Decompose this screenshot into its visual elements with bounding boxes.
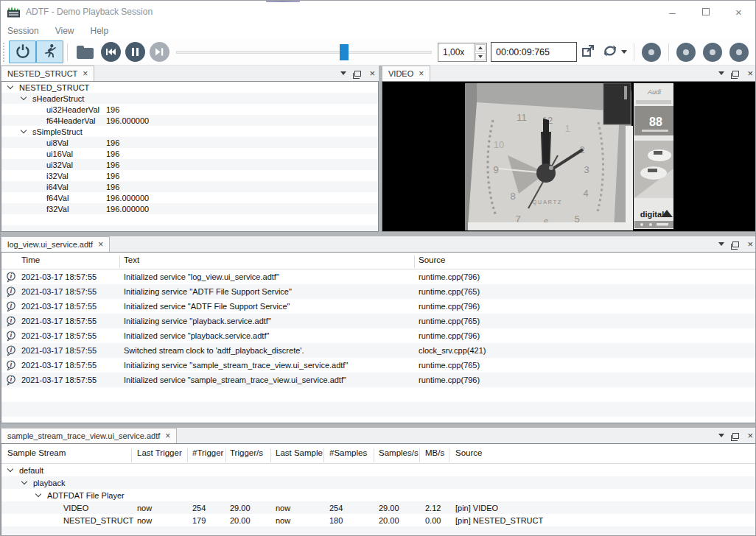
speed-up-button[interactable] bbox=[475, 44, 486, 52]
tree-row[interactable]: f64HeaderVal196.000000 bbox=[1, 115, 378, 126]
trace-row[interactable]: NESTED_STRUCT now 179 20.00 now 180 20.0… bbox=[1, 514, 756, 526]
menu-session[interactable]: Session bbox=[7, 26, 39, 36]
panel-menu-icon[interactable] bbox=[718, 434, 724, 437]
tab-close-icon[interactable]: × bbox=[98, 240, 103, 249]
rewind-button[interactable] bbox=[101, 42, 121, 62]
tree-row[interactable]: f32Val196.000000 bbox=[1, 203, 378, 214]
column-separator[interactable] bbox=[119, 255, 120, 268]
skip-to-end-button[interactable] bbox=[150, 42, 169, 62]
column-header-time[interactable]: Time bbox=[21, 255, 40, 264]
column-separator[interactable] bbox=[374, 448, 374, 462]
record-button-3[interactable] bbox=[703, 43, 722, 62]
log-row[interactable]: i2021-03-17 18:57:55Initializing service… bbox=[1, 358, 756, 373]
toolbar-grip[interactable] bbox=[3, 43, 7, 62]
tab-sample-stream-trace[interactable]: sample_stream_trace_view.ui_service.adtf… bbox=[1, 428, 177, 443]
panel-close-icon[interactable]: × bbox=[747, 68, 753, 78]
column-separator[interactable] bbox=[131, 448, 132, 462]
trace-row[interactable]: VIDEO now 254 29.00 now 254 29.00 2.12 [… bbox=[1, 501, 756, 514]
chevron-down-icon[interactable] bbox=[21, 127, 27, 133]
loop-button[interactable] bbox=[599, 41, 621, 63]
slider-handle[interactable] bbox=[340, 44, 349, 60]
column-separator[interactable] bbox=[419, 448, 420, 462]
loop-dropdown-caret[interactable] bbox=[621, 50, 627, 54]
chevron-down-icon[interactable] bbox=[7, 465, 13, 471]
slider-track[interactable] bbox=[176, 51, 432, 54]
tree-row[interactable]: ui32Val196 bbox=[1, 159, 378, 170]
tab-close-icon[interactable]: × bbox=[419, 69, 424, 78]
speed-value[interactable]: 1,00x bbox=[438, 43, 474, 61]
panel-close-icon[interactable]: × bbox=[747, 239, 753, 249]
panel-menu-icon[interactable] bbox=[340, 71, 346, 75]
speed-down-button[interactable] bbox=[475, 53, 486, 60]
detach-button[interactable] bbox=[577, 41, 599, 63]
tree-row[interactable]: ui8Val196 bbox=[1, 137, 378, 148]
panel-float-icon[interactable] bbox=[732, 241, 739, 247]
column-separator[interactable] bbox=[270, 448, 271, 462]
tab-video[interactable]: VIDEO × bbox=[382, 66, 430, 81]
tree-row[interactable]: NESTED_STRUCT bbox=[1, 82, 378, 93]
panel-close-icon[interactable]: × bbox=[747, 431, 753, 440]
maximize-button[interactable] bbox=[689, 1, 722, 23]
tree-row[interactable]: ui32HeaderVal196 bbox=[1, 104, 378, 115]
column-header-trigger-s[interactable]: Trigger/s bbox=[230, 448, 263, 457]
time-field[interactable]: 00:00:09:765 bbox=[491, 42, 577, 62]
pause-button[interactable] bbox=[125, 42, 145, 62]
tab-close-icon[interactable]: × bbox=[83, 69, 88, 78]
column-header-mb-s[interactable]: MB/s bbox=[425, 448, 444, 457]
trace-row[interactable]: ADTFDAT File Player bbox=[1, 489, 756, 501]
chevron-down-icon[interactable] bbox=[21, 478, 27, 484]
panel-float-icon[interactable] bbox=[354, 71, 361, 77]
run-toggle-button[interactable] bbox=[36, 40, 63, 63]
tree-row[interactable]: sHeaderStruct bbox=[1, 93, 378, 104]
record-button-2[interactable] bbox=[676, 43, 696, 62]
tree-row[interactable]: i64Val196 bbox=[1, 181, 378, 192]
column-header-sample-stream[interactable]: Sample Stream bbox=[7, 448, 66, 457]
column-header-source[interactable]: Source bbox=[455, 448, 482, 457]
column-header-samples-s[interactable]: Samples/s bbox=[379, 448, 419, 457]
panel-float-icon[interactable] bbox=[732, 71, 739, 77]
open-file-button[interactable] bbox=[71, 40, 99, 63]
tab-log-view[interactable]: log_view.ui_service.adtf × bbox=[1, 236, 110, 252]
playback-position-slider[interactable] bbox=[176, 41, 432, 63]
log-row[interactable]: i2021-03-17 18:57:55Switched stream cloc… bbox=[1, 343, 756, 358]
chevron-down-icon[interactable] bbox=[7, 82, 13, 88]
tree-row[interactable]: i32Val196 bbox=[1, 170, 378, 181]
column-header-last-trigger[interactable]: Last Trigger bbox=[137, 448, 182, 457]
chevron-down-icon[interactable] bbox=[21, 94, 27, 99]
log-row[interactable]: i2021-03-17 18:57:55Initialized service … bbox=[1, 373, 756, 387]
column-header-last-sample[interactable]: Last Sample bbox=[276, 448, 323, 457]
menu-help[interactable]: Help bbox=[91, 26, 109, 36]
tree-row[interactable]: ui16Val196 bbox=[1, 148, 378, 159]
trace-row[interactable]: default bbox=[1, 464, 756, 476]
tree-row[interactable]: sSimpleStruct bbox=[1, 126, 378, 137]
panel-float-icon[interactable] bbox=[732, 433, 739, 439]
panel-close-icon[interactable]: × bbox=[369, 68, 375, 78]
log-row[interactable]: i2021-03-17 18:57:55Initialized service … bbox=[1, 299, 756, 314]
log-row[interactable]: i2021-03-17 18:57:55Initialized service … bbox=[1, 269, 756, 284]
log-row[interactable]: i2021-03-17 18:57:55Initializing service… bbox=[1, 314, 756, 328]
record-button-4[interactable] bbox=[729, 43, 749, 62]
log-row[interactable]: i2021-03-17 18:57:55Initialized service … bbox=[1, 328, 756, 343]
column-header-source[interactable]: Source bbox=[419, 255, 445, 264]
column-separator[interactable] bbox=[449, 448, 449, 462]
tab-nested-struct[interactable]: NESTED_STRUCT × bbox=[1, 66, 94, 81]
tree-row[interactable]: f64Val196.000000 bbox=[1, 192, 378, 203]
chevron-down-icon[interactable] bbox=[35, 490, 41, 496]
column-separator[interactable] bbox=[323, 448, 324, 462]
column-header-num-samples[interactable]: #Samples bbox=[329, 448, 367, 457]
tab-close-icon[interactable]: × bbox=[165, 431, 170, 440]
menu-view[interactable]: View bbox=[55, 26, 74, 36]
column-separator[interactable] bbox=[187, 448, 188, 462]
column-header-num-trigger[interactable]: #Trigger bbox=[192, 448, 223, 457]
minimize-button[interactable]: – bbox=[656, 1, 689, 23]
column-separator[interactable] bbox=[414, 255, 415, 268]
trace-row[interactable]: playback bbox=[1, 476, 756, 489]
speed-spinbox[interactable]: 1,00x bbox=[438, 43, 487, 62]
column-header-text[interactable]: Text bbox=[124, 255, 139, 264]
panel-menu-icon[interactable] bbox=[718, 71, 724, 75]
column-separator[interactable] bbox=[225, 448, 226, 462]
record-button-1[interactable] bbox=[642, 43, 661, 62]
log-row[interactable]: i2021-03-17 18:57:55Initializing service… bbox=[1, 284, 756, 299]
close-button[interactable]: × bbox=[722, 1, 755, 23]
panel-menu-icon[interactable] bbox=[718, 242, 724, 246]
